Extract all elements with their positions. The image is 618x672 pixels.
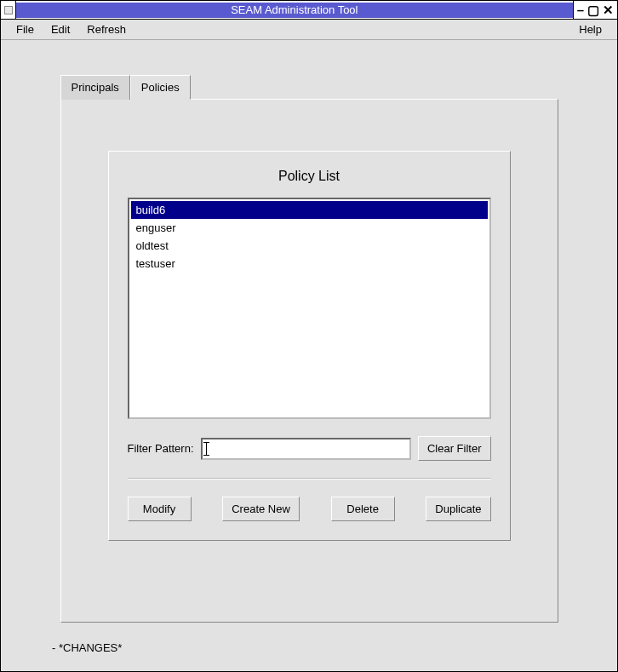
divider (128, 478, 491, 480)
menu-help[interactable]: Help (570, 21, 610, 37)
minimize-icon[interactable]: – (577, 3, 584, 16)
tab-row: Principals Policies (60, 74, 558, 99)
filter-label: Filter Pattern: (128, 442, 194, 455)
clear-filter-button[interactable]: Clear Filter (418, 436, 491, 461)
menu-refresh[interactable]: Refresh (78, 21, 134, 37)
text-caret-icon (206, 443, 207, 455)
tab-principals[interactable]: Principals (60, 75, 130, 100)
maximize-icon[interactable]: ▢ (587, 3, 599, 16)
list-item[interactable]: enguser (131, 219, 488, 237)
policy-panel: Policy List build6enguseroldtesttestuser… (108, 151, 511, 541)
menu-file[interactable]: File (8, 21, 43, 37)
modify-button[interactable]: Modify (128, 497, 192, 521)
tab-policies[interactable]: Policies (130, 75, 191, 100)
policy-listbox[interactable]: build6enguseroldtesttestuser (128, 198, 491, 419)
delete-button[interactable]: Delete (331, 497, 395, 521)
panel-title: Policy List (128, 169, 491, 184)
menubar: File Edit Refresh Help (1, 20, 617, 40)
list-item[interactable]: oldtest (131, 237, 488, 255)
titlebar: SEAM Administration Tool – ▢ ✕ (1, 1, 617, 20)
close-icon[interactable]: ✕ (603, 3, 614, 16)
status-text: - *CHANGES* (52, 641, 122, 654)
create-new-button[interactable]: Create New (222, 497, 300, 521)
window-title: SEAM Administration Tool (16, 3, 573, 18)
duplicate-button[interactable]: Duplicate (426, 497, 490, 521)
system-menu-icon[interactable] (1, 1, 16, 19)
client-area: Principals Policies Policy List build6en… (1, 40, 617, 671)
window-controls: – ▢ ✕ (573, 1, 617, 19)
list-item[interactable]: testuser (131, 255, 488, 273)
tab-panel: Policy List build6enguseroldtesttestuser… (60, 99, 558, 623)
list-item[interactable]: build6 (131, 201, 488, 219)
filter-input[interactable] (201, 438, 411, 460)
menu-edit[interactable]: Edit (43, 21, 78, 37)
